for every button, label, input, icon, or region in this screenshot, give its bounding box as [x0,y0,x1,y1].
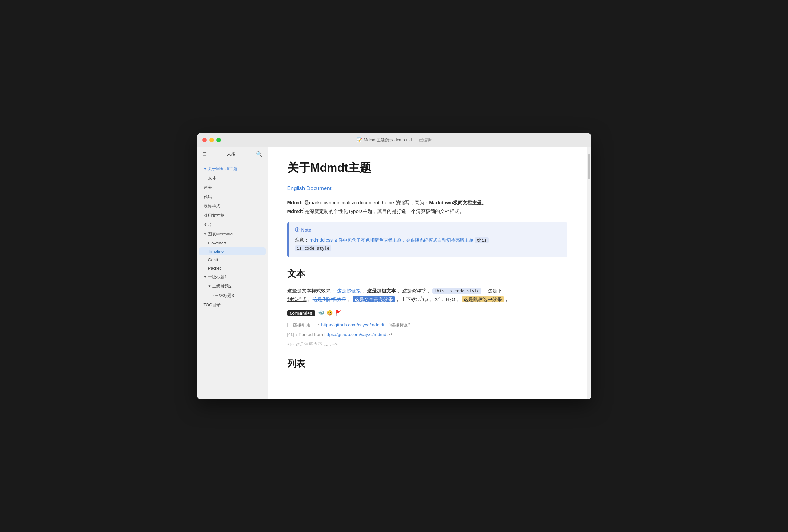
sidebar: ☰ 大纲 🔍 ▼ 关于Mdmdt主题 文本 列表 [197,147,268,399]
text-styles-paragraph: 这些是文本样式效果： 这是超链接， 这是加粗文本， 这是斜体字， this is… [287,286,567,305]
info-icon: ⓘ [295,227,299,233]
latex-text: LATEX [418,297,428,302]
sidebar-label: 二级标题2 [212,283,231,289]
sidebar-item-h3[interactable]: › 三级标题3 [199,291,266,300]
window-subtitle: — 已编辑 [414,137,432,143]
close-button[interactable] [202,138,207,142]
sidebar-item-wenben[interactable]: 文本 [199,174,266,183]
sidebar-item-image[interactable]: 图片 [199,220,266,229]
scrollbar[interactable] [587,147,591,399]
file-icon: 📝 [356,137,362,142]
ref-url-2[interactable]: https://github.com/cayxc/mdmdt [324,332,388,337]
doc-heading-list: 列表 [287,358,567,370]
intro-bold-theme: Markdown极简文档主题。 [429,200,487,205]
sidebar-label: 文本 [208,175,216,181]
main-layout: ☰ 大纲 🔍 ▼ 关于Mdmdt主题 文本 列表 [197,147,591,399]
sidebar-label: TOC目录 [203,302,221,308]
sidebar-title: 大纲 [227,151,236,157]
sidebar-label: 图表Mermaid [208,231,233,237]
chevron-icon: ▼ [208,284,211,288]
sidebar-label: 三级标题3 [215,293,234,298]
comment-block: <!-- 这是注释内容....... --> [287,341,567,347]
note-label: Note [301,228,311,233]
intro-paragraph: Mdmdt 是markdown minimalism document them… [287,198,567,216]
sidebar-label: 关于Mdmdt主题 [208,166,237,172]
window-title: Mdmdt主题演示 demo.md [364,137,412,143]
sidebar-item-flowchart[interactable]: Flowchart [199,239,266,247]
sidebar-item-h2[interactable]: ▼ 二级标题2 [199,282,266,291]
chevron-icon: › [213,294,214,297]
emoji-flag: 🚩 [335,310,341,316]
chevron-icon: ▼ [203,275,207,278]
sidebar-item-timeline[interactable]: Timeline [199,247,266,255]
sidebar-label: Gantt [208,257,218,262]
keyboard-shortcut: Command+Q [287,310,315,316]
sidebar-label: 一级标题1 [208,274,227,280]
sidebar-item-code[interactable]: 代码 [199,192,266,201]
strikethrough-text: 这是删除线效果 [313,297,347,302]
sidebar-header: ☰ 大纲 🔍 [197,147,268,161]
sidebar-item-quote[interactable]: 引用文本框 [199,211,266,220]
intro-text-4: 是深度定制的个性化Typora主题，其目的是打造一个清爽极简的文档样式。 [304,209,464,214]
sidebar-item-about-mdmdt[interactable]: ▼ 关于Mdmdt主题 [199,164,266,173]
note-code-1: this [475,237,489,243]
ref-url-1[interactable]: https://github.com/cayxc/mdmdt [321,322,385,328]
emoji-smile: 😀 [327,310,333,316]
note-attention: 注意： [295,237,309,242]
superlink-text[interactable]: 这是超链接 [337,288,361,293]
bold-text: 这是加粗文本 [367,288,396,293]
english-doc-link[interactable]: English Document [287,185,332,191]
sidebar-label: 列表 [203,185,212,191]
superscript-label: 上下标: [401,297,417,302]
maximize-button[interactable] [216,138,221,142]
highlight-text: 这是文字高亮效果 [353,296,395,302]
italic-text: 这是斜体字 [402,288,426,293]
ref-line-2: [^1]：Forked from https://github.com/cayx… [287,332,567,338]
note-block: ⓘ Note 注意： mdmdd.css 文件中包含了亮色和暗色两者主题，会跟随… [287,222,567,257]
sidebar-label: 图片 [203,222,212,228]
sidebar-label: 代码 [203,194,212,200]
sidebar-label: 表格样式 [203,203,220,209]
sidebar-toggle-button[interactable]: ☰ [202,151,208,158]
note-content: 注意： mdmdd.css 文件中包含了亮色和暗色两者主题，会跟随系统模式自动切… [295,236,561,252]
intro-text-2: 是markdown minimalism document theme 的缩写，… [303,200,429,205]
sidebar-item-packet[interactable]: Packet [199,264,266,272]
doc-heading-wenben: 文本 [287,268,567,280]
sidebar-label: Timeline [208,249,224,254]
note-link[interactable]: mdmdd.css 文件中包含了亮色和暗色两者主题，会跟随系统模式自动切换亮暗主… [310,237,473,242]
scrollbar-thumb[interactable] [588,154,590,179]
sidebar-label: Flowchart [208,241,226,245]
titlebar: 📝 Mdmdt主题演示 demo.md — 已编辑 [197,133,591,147]
emoji-whale: 🐳 [318,310,324,316]
chevron-icon: ▼ [203,232,207,236]
chevron-icon: ▼ [203,167,207,171]
text-intro-label: 这些是文本样式效果： [287,288,335,293]
doc-heading-1: 关于Mdmdt主题 [287,160,567,180]
app-window: 📝 Mdmdt主题演示 demo.md — 已编辑 ☰ 大纲 🔍 ▼ 关于Mdm… [197,133,591,399]
mouse-select-highlight: 这是鼠标选中效果 [461,296,504,302]
sidebar-item-h1[interactable]: ▼ 一级标题1 [199,272,266,281]
titlebar-center: 📝 Mdmdt主题演示 demo.md — 已编辑 [356,137,432,143]
sidebar-item-mermaid[interactable]: ▼ 图表Mermaid [199,230,266,239]
content-area: 关于Mdmdt主题 English Document Mdmdt 是markdo… [268,147,587,399]
mdmdt-bold-2: Mdmdt [287,209,303,214]
keyboard-emoji-row: Command+Q 🐳 😀 🚩 [287,309,567,317]
sidebar-item-gantt[interactable]: Gantt [199,256,266,264]
note-title: ⓘ Note [295,227,561,233]
sidebar-item-table[interactable]: 表格样式 [199,202,266,211]
sidebar-nav: ▼ 关于Mdmdt主题 文本 列表 代码 表格样式 [197,161,268,312]
h2o-text: H2O [446,297,455,302]
note-code-2: is code style [295,245,332,251]
mdmdt-bold-1: Mdmdt [287,200,303,205]
search-button[interactable]: 🔍 [255,151,263,158]
sidebar-item-toc[interactable]: TOC目录 [199,300,266,310]
traffic-lights [202,138,221,142]
x-squared: X2 [435,297,440,302]
minimize-button[interactable] [210,138,214,142]
sidebar-label: Packet [208,266,221,271]
sidebar-label: 引用文本框 [203,213,224,218]
ref-line-1: [ 链接引用 ]：https://github.com/cayxc/mdmdt … [287,322,567,328]
sidebar-item-list[interactable]: 列表 [199,183,266,192]
code-style-inline: this is code style [432,288,481,294]
